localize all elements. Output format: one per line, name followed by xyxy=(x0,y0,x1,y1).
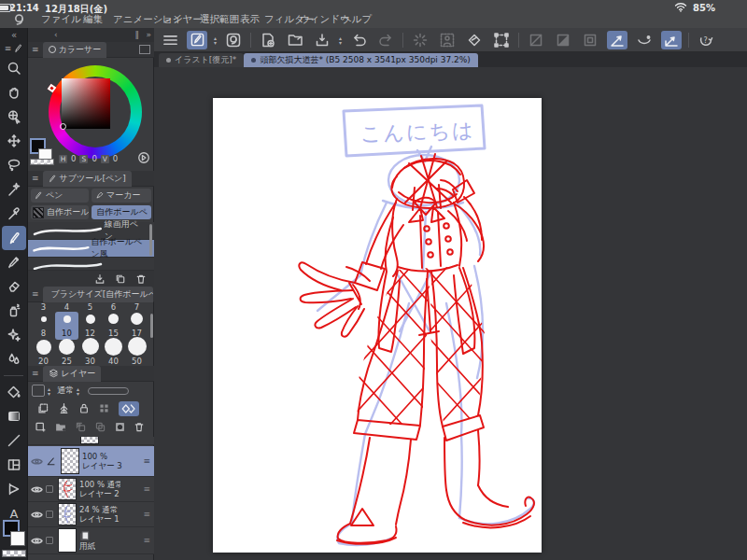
sv-cursor[interactable] xyxy=(60,123,66,130)
size-10-selected[interactable]: 10 xyxy=(55,329,78,338)
subtool-group-marker[interactable]: マーカー xyxy=(92,189,151,203)
size-5[interactable]: 5 xyxy=(78,302,102,312)
deselect-button[interactable] xyxy=(526,31,546,49)
blend-mode-stepper-icon[interactable]: ▴▾ xyxy=(77,386,79,396)
undo-button[interactable] xyxy=(348,31,369,49)
tab-active-document[interactable]: 頭部欠損大道芸* (B5 2508 x 3541px 350dpi 37.2%) xyxy=(244,53,477,67)
tool-lasso-select[interactable] xyxy=(0,153,28,177)
layer-opacity-slider[interactable] xyxy=(88,387,129,395)
clear-selection-button[interactable] xyxy=(464,31,485,49)
size-6[interactable]: 6 xyxy=(102,302,125,312)
tool-blend[interactable] xyxy=(0,347,28,371)
canvas-artwork[interactable]: こんにちは xyxy=(213,98,542,553)
enable-mask-button[interactable] xyxy=(119,401,139,416)
size-30-circle[interactable] xyxy=(82,338,99,355)
import-subtool-icon[interactable] xyxy=(94,273,106,285)
brush-size-panel-tab[interactable]: ブラシサイズ[自作ボールペ xyxy=(43,287,153,302)
layer-menu-handle-icon[interactable]: ≡ xyxy=(143,484,150,494)
redo-button[interactable] xyxy=(375,31,396,49)
clip-studio-open-button[interactable] xyxy=(223,31,244,49)
layer-row-2[interactable]: 100 % 通常 レイヤー 2 ≡ xyxy=(28,477,154,502)
layer-thumbnail[interactable] xyxy=(58,503,77,525)
clip-studio-logo-icon[interactable] xyxy=(12,13,26,26)
tool-stepper-icon[interactable]: ▴▾ xyxy=(214,35,217,45)
size-40-circle[interactable] xyxy=(105,338,122,356)
tool-gradient[interactable] xyxy=(0,404,28,428)
brush-size-menu-icon[interactable]: ≡ xyxy=(32,289,39,299)
delete-subtool-icon[interactable] xyxy=(135,273,147,285)
visibility-eye-icon[interactable] xyxy=(31,537,43,545)
subtool-panel-tab[interactable]: サブツール[ペン] xyxy=(43,171,132,187)
delete-layer-icon[interactable] xyxy=(134,421,145,433)
layer-thumbnail[interactable] xyxy=(61,448,79,474)
tool-airbrush[interactable] xyxy=(0,299,28,323)
size-7[interactable]: 7 xyxy=(125,302,148,312)
size-17-circle[interactable] xyxy=(131,313,143,325)
layer-row-partial[interactable] xyxy=(28,437,154,445)
color-set-tab-icon[interactable] xyxy=(139,45,150,54)
size-30[interactable]: 30 xyxy=(78,357,102,366)
visibility-eye-icon[interactable] xyxy=(31,457,43,466)
layer-row-1[interactable]: 24 % 通常 レイヤー 1 ≡ xyxy=(28,502,154,527)
size-50-circle[interactable] xyxy=(128,337,147,356)
tool-decoration[interactable] xyxy=(0,323,28,347)
brush-item-partial[interactable] xyxy=(28,258,154,271)
size-8-circle[interactable] xyxy=(41,316,47,322)
thumb-size-stepper-icon[interactable]: ▴▾ xyxy=(48,386,50,396)
tool-ruler[interactable] xyxy=(0,477,28,501)
document-canvas[interactable]: こんにちは xyxy=(213,98,542,553)
tool-pen-selected[interactable] xyxy=(2,226,26,250)
tool-zoom[interactable] xyxy=(0,56,28,80)
menu-edit[interactable]: 編集 xyxy=(83,13,103,26)
tool-frame-border[interactable] xyxy=(0,453,28,477)
layer-menu-handle-icon[interactable]: ≡ xyxy=(143,456,150,466)
canvas-viewport[interactable]: こんにちは xyxy=(154,67,747,560)
select-from-layer-button[interactable] xyxy=(437,31,458,49)
tool-eraser[interactable] xyxy=(0,274,28,299)
tool-auto-select[interactable] xyxy=(0,177,28,202)
reference-layer-icon[interactable] xyxy=(58,402,70,414)
menu-file[interactable]: ファイル xyxy=(41,13,81,26)
size-40[interactable]: 40 xyxy=(102,357,125,366)
size-50[interactable]: 50 xyxy=(125,357,148,366)
expand-dock-icon[interactable]: » xyxy=(146,30,151,39)
tool-fill[interactable] xyxy=(0,380,28,404)
menu-view[interactable]: 表示 xyxy=(240,13,260,26)
layer-panel-tab[interactable]: レイヤー xyxy=(43,366,102,382)
new-folder-icon[interactable] xyxy=(54,421,67,433)
tool-pencil[interactable] xyxy=(0,250,28,274)
layer-row-3-selected[interactable]: 100 % レイヤー 3 ≡ xyxy=(28,446,154,477)
size-15-circle[interactable] xyxy=(108,314,119,324)
subtool-scrollbar[interactable] xyxy=(149,224,152,256)
visibility-eye-icon[interactable] xyxy=(31,485,43,494)
layer-thumb-size-button[interactable] xyxy=(32,385,45,397)
menu-selection[interactable]: 選択範囲 xyxy=(200,13,239,26)
scroll-left-icon[interactable]: ‹ xyxy=(54,30,58,39)
size-4[interactable]: 4 xyxy=(55,302,78,312)
layer-checkbox[interactable] xyxy=(46,537,53,544)
size-20-circle[interactable] xyxy=(36,340,51,355)
tab-illustration[interactable]: イラスト[復元]* xyxy=(159,53,244,67)
layer-menu-handle-icon[interactable]: ≡ xyxy=(143,510,150,519)
lock-layer-icon[interactable] xyxy=(78,402,90,414)
new-canvas-button[interactable] xyxy=(258,31,278,49)
selection-border-button[interactable] xyxy=(580,31,600,49)
color-mode-toggle-icon[interactable] xyxy=(137,151,150,164)
size-3[interactable]: 3 xyxy=(32,302,55,312)
tool-palette-header[interactable]: ≡ xyxy=(0,41,28,56)
duplicate-subtool-icon[interactable] xyxy=(115,273,126,285)
size-8[interactable]: 8 xyxy=(32,329,55,338)
open-file-button[interactable] xyxy=(285,31,305,49)
layer-panel-menu-icon[interactable]: ≡ xyxy=(32,369,39,378)
size-25-circle[interactable] xyxy=(59,339,75,355)
subtool-panel-menu-icon[interactable]: ≡ xyxy=(32,174,39,183)
paper-thumbnail[interactable] xyxy=(58,528,77,553)
menu-layer[interactable]: レイヤー xyxy=(162,13,203,26)
current-tool-button[interactable] xyxy=(187,31,207,49)
transfer-to-layer-icon[interactable] xyxy=(75,421,87,433)
size-10-circle[interactable] xyxy=(63,315,71,323)
subtool-group-custom-left[interactable]: 自作ボールペ xyxy=(31,205,89,219)
help-button[interactable]: ? xyxy=(696,31,716,49)
save-stepper-icon[interactable]: ▴▾ xyxy=(339,35,342,45)
layer-mask-icon[interactable] xyxy=(114,421,126,433)
